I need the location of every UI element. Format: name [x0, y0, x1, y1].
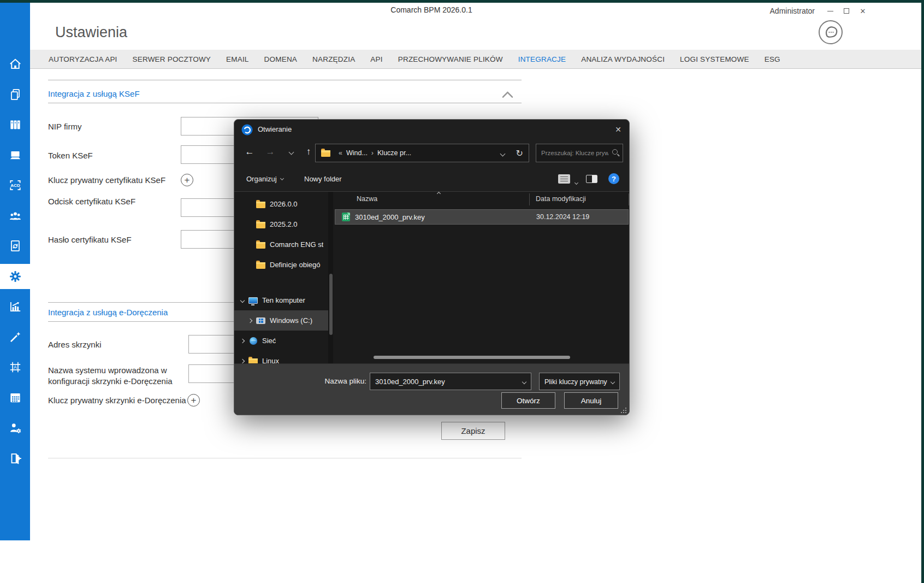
tree-item-sieć[interactable]: Sieć: [234, 331, 328, 351]
tree-item-label: 2026.0.0: [270, 200, 298, 208]
new-folder-button[interactable]: Nowy folder: [304, 167, 342, 191]
fingerprint-label: Odcisk certyfikatu KSeF: [48, 197, 135, 206]
tab-serwer-pocztowy[interactable]: SERWER POCZTOWY: [133, 55, 211, 63]
up-icon[interactable]: ↑: [301, 144, 316, 160]
tree-item-label: 2025.2.0: [270, 220, 298, 228]
dialog-app-icon: [241, 124, 253, 136]
filetype-combobox[interactable]: Pliki kluczy prywatnych PEM (*.k: [539, 373, 620, 390]
view-mode-chevron-icon[interactable]: [575, 178, 578, 186]
tab-integracje[interactable]: INTEGRACJE: [518, 55, 566, 63]
close-button[interactable]: ✕: [859, 7, 867, 15]
address-label: Adres skrzynki: [48, 340, 102, 349]
analytics-icon: [8, 299, 22, 314]
sidebar-item-logout[interactable]: [0, 446, 30, 471]
logout-icon: [8, 451, 22, 466]
bottom-divider: [48, 458, 522, 458]
tab-przechowywanie-plik-w[interactable]: PRZECHOWYWANIE PLIKÓW: [398, 55, 503, 63]
tree-item-ten-komputer[interactable]: Ten komputer: [234, 290, 328, 310]
column-header-modified[interactable]: Data modyfikacji: [536, 195, 586, 203]
sidebar-item-calendar[interactable]: [0, 385, 30, 410]
sidebar-item-binders[interactable]: [0, 112, 30, 137]
file-list-hscrollbar-thumb[interactable]: [374, 356, 570, 359]
dialog-close-icon[interactable]: ✕: [615, 120, 621, 139]
dialog-toolbar: Organizuj Nowy folder ?: [234, 167, 629, 192]
view-mode-icon[interactable]: [558, 174, 570, 184]
tab-esg[interactable]: ESG: [765, 55, 780, 63]
expander-chevron-icon[interactable]: [240, 338, 245, 343]
preview-pane-icon[interactable]: [586, 175, 597, 183]
sidebar-item-settings[interactable]: [0, 264, 30, 289]
maximize-button[interactable]: [843, 7, 850, 15]
sidebar: ACDA: [0, 3, 30, 540]
resize-grip[interactable]: [621, 408, 626, 413]
sidebar-item-annotation[interactable]: A: [0, 355, 30, 380]
tree-item-linux[interactable]: Linux: [234, 351, 328, 363]
sidebar-item-home[interactable]: [0, 51, 30, 76]
sidebar-item-wand[interactable]: [0, 325, 30, 350]
file-modified-date: 30.12.2024 12:19: [536, 213, 589, 221]
column-divider[interactable]: [629, 193, 629, 205]
collapse-section-icon[interactable]: [502, 91, 513, 103]
tree-item-definicje-obiegó[interactable]: Definicje obiegó: [234, 255, 328, 275]
add-private-key-button[interactable]: +: [181, 174, 193, 186]
file-row[interactable]: 3010ed_2000_prv.key30.12.2024 12:19: [335, 209, 629, 225]
sidebar-item-document-sync[interactable]: [0, 233, 30, 258]
expander-chevron-icon[interactable]: [240, 298, 245, 302]
filename-combobox[interactable]: 3010ed_2000_prv.key: [370, 373, 531, 390]
help-icon[interactable]: ?: [608, 173, 619, 184]
page-title: Ustawienia: [55, 24, 127, 41]
tab-domena[interactable]: DOMENA: [264, 55, 297, 63]
file-list-header: Nazwa Data modyfikacji: [335, 192, 629, 207]
back-icon[interactable]: ←: [242, 144, 257, 160]
add-edo-private-key-button[interactable]: +: [187, 394, 200, 407]
tab-autoryzacja-api[interactable]: AUTORYZACJA API: [49, 55, 117, 63]
expander-chevron-icon[interactable]: [240, 358, 245, 363]
tree-scrollbar-thumb[interactable]: [329, 274, 333, 335]
private-key-label: Klucz prywatny certyfikatu KSeF: [48, 175, 165, 185]
tree-item-comarch-eng-st[interactable]: Comarch ENG st: [234, 234, 328, 255]
column-header-name[interactable]: Nazwa: [357, 195, 377, 203]
annotation-icon: A: [8, 360, 22, 374]
tree-scrollbar: [328, 192, 333, 363]
user-settings-icon: [8, 421, 22, 435]
sidebar-item-analytics[interactable]: [0, 294, 30, 319]
refresh-icon[interactable]: ↻: [516, 148, 523, 158]
forward-icon[interactable]: →: [263, 144, 278, 160]
breadcrumb-segment[interactable]: Klucze pr...: [377, 149, 411, 157]
tab-api[interactable]: API: [370, 55, 382, 63]
tab-logi-systemowe[interactable]: LOGI SYSTEMOWE: [680, 55, 749, 63]
sidebar-item-user-settings[interactable]: [0, 415, 30, 440]
filename-label: Nazwa pliku:: [287, 373, 366, 390]
expander-chevron-icon[interactable]: [248, 318, 252, 322]
search-icon[interactable]: [612, 149, 618, 155]
tab-email[interactable]: EMAIL: [226, 55, 249, 63]
dialog-nav-row: ← → ↑ «Wind...›Klucze pr... ↻: [234, 139, 629, 167]
minimize-button[interactable]: [826, 7, 834, 15]
open-button[interactable]: Otwórz: [501, 392, 555, 409]
drive-icon: [256, 317, 265, 324]
dialog-footer: Nazwa pliku: 3010ed_2000_prv.key Pliki k…: [234, 363, 629, 415]
search-input[interactable]: [536, 144, 623, 162]
tree-item-2025-2-0[interactable]: 2025.2.0: [234, 214, 328, 234]
address-bar[interactable]: «Wind...›Klucze pr... ↻: [315, 144, 529, 162]
breadcrumb-segment[interactable]: Wind...: [346, 149, 368, 157]
organize-menu[interactable]: Organizuj: [246, 167, 283, 191]
window-frame-top: [0, 0, 924, 3]
save-button[interactable]: Zapisz: [441, 422, 505, 440]
sidebar-item-acd[interactable]: ACD: [0, 173, 30, 198]
sidebar-item-users[interactable]: [0, 203, 30, 228]
tree-item-2026-0-0[interactable]: 2026.0.0: [234, 194, 328, 214]
cancel-button[interactable]: Anuluj: [564, 392, 618, 409]
address-dropdown-icon[interactable]: [501, 148, 505, 158]
tab-analiza-wydajno-ci[interactable]: ANALIZA WYDAJNOŚCI: [581, 55, 665, 63]
wand-icon: [8, 330, 22, 344]
network-icon: [250, 337, 257, 345]
users-icon: [8, 209, 22, 223]
sidebar-item-documents[interactable]: [0, 82, 30, 107]
tab-narz-dzia[interactable]: NARZĘDZIA: [312, 55, 355, 63]
sidebar-item-workstation[interactable]: [0, 143, 30, 168]
column-divider[interactable]: [529, 193, 530, 205]
ksef-section-title: Integracja z usługą KSeF: [48, 89, 140, 98]
tree-item-windows-c-[interactable]: Windows (C:): [234, 310, 328, 331]
history-chevron-icon[interactable]: [283, 144, 299, 160]
